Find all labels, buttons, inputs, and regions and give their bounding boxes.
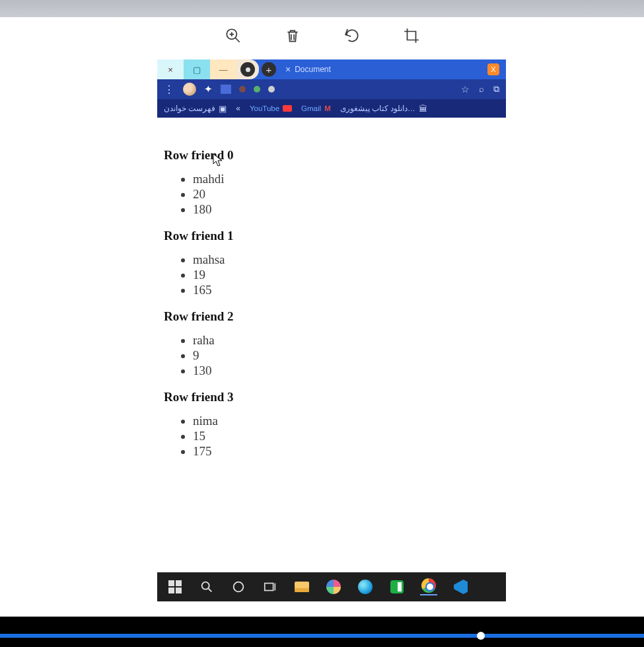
window-controls: × ▢ — [157,59,236,79]
bookmark-youtube[interactable]: YouTube [250,104,292,112]
tab-title: Document [295,65,331,74]
svg-point-8 [234,582,244,592]
row-list: raha 9 130 [164,333,507,378]
menu-icon[interactable]: ⋮ [164,83,175,96]
gmail-icon: M [324,104,331,112]
extension-icon[interactable] [221,85,231,94]
start-button[interactable] [166,578,184,595]
bank-icon: 🏛 [419,104,427,114]
tab-strip: × ▢ — + × Document X [157,59,506,79]
list-item: 15 [193,429,507,443]
active-tab[interactable]: × Document X [279,59,506,79]
app-icon[interactable] [325,578,342,595]
list-item: 20 [193,187,507,202]
list-item: 130 [193,363,507,378]
taskbar-search-icon[interactable] [198,578,215,595]
svg-point-6 [202,582,209,590]
profile-avatar-icon[interactable] [183,83,196,96]
video-progress-knob[interactable] [477,632,485,640]
row-heading: Row friend 3 [164,390,507,404]
camtasia-icon[interactable] [388,578,406,595]
zoom-in-icon[interactable] [224,26,242,45]
crop-icon[interactable] [402,26,421,45]
background-strip [0,0,644,17]
window-close-button[interactable]: × [157,59,184,79]
list-item: nima [193,414,507,428]
extension-icon[interactable] [254,86,260,93]
row-heading: Row friend 2 [164,309,507,324]
row-list: mahdi 20 180 [164,172,507,217]
tab-close-icon[interactable]: × [285,64,291,75]
window-maximize-button[interactable]: ▢ [184,59,210,79]
row-list: nima 15 175 [164,414,507,459]
bookmark-gmail[interactable]: Gmail M [301,104,331,112]
share-icon[interactable]: ⧉ [493,84,499,95]
window-minimize-button[interactable]: — [210,59,236,79]
list-item: mahdi [193,172,507,186]
new-tab-button[interactable]: + [259,59,279,79]
video-progress-bar[interactable] [0,634,644,638]
bookmarks-bar: فهرست خواندن ▣ « YouTube Gmail M دانلود … [157,99,506,118]
bookmark-reading-list[interactable]: فهرست خواندن ▣ [164,104,227,114]
windows-taskbar [157,572,506,601]
list-item: mahsa [193,252,507,267]
bookmark-star-icon[interactable]: ☆ [461,84,470,95]
chrome-icon[interactable] [420,578,437,595]
extension-badge-icon[interactable]: X [487,63,499,75]
page-content: Row friend 0 mahdi 20 180 Row friend 1 m… [164,139,507,463]
reading-list-icon: ▣ [219,104,227,114]
trash-icon[interactable] [283,26,302,45]
address-bar: ⋮ ✦ ☆ ⌕ ⧉ [157,79,506,99]
chevron-icon[interactable]: « [236,104,240,113]
list-item: 19 [193,268,507,282]
svg-rect-9 [265,584,273,591]
row-heading: Row friend 0 [164,148,507,163]
list-item: 9 [193,348,507,363]
file-explorer-icon[interactable] [293,578,310,595]
browser-window: × ▢ — + × Document X ⋮ ✦ ☆ ⌕ ⧉ [157,59,506,118]
list-item: 175 [193,444,507,459]
youtube-icon [283,105,292,112]
extension-icon[interactable] [268,86,275,93]
list-item: 165 [193,283,507,297]
vscode-icon[interactable] [452,578,469,595]
svg-line-1 [235,38,240,42]
svg-line-7 [209,589,212,592]
cortana-icon[interactable] [230,578,247,595]
task-view-icon[interactable] [262,578,279,595]
list-item: 180 [193,202,507,217]
extensions-icon[interactable]: ✦ [204,83,213,95]
row-heading: Row friend 1 [164,229,507,243]
stage: × ▢ — + × Document X ⋮ ✦ ☆ ⌕ ⧉ [0,0,644,647]
pinned-tab[interactable] [236,59,259,79]
search-icon[interactable]: ⌕ [479,84,484,95]
row-list: mahsa 19 165 [164,252,507,297]
list-item: raha [193,333,507,348]
editor-toolbar [224,26,421,45]
bookmark-book-download[interactable]: دانلود کتاب پیشغوری… 🏛 [340,104,427,114]
edge-icon[interactable] [357,578,374,595]
rotate-icon[interactable] [343,26,361,45]
extension-icon[interactable] [239,86,246,93]
video-bottom-strip [0,617,644,647]
